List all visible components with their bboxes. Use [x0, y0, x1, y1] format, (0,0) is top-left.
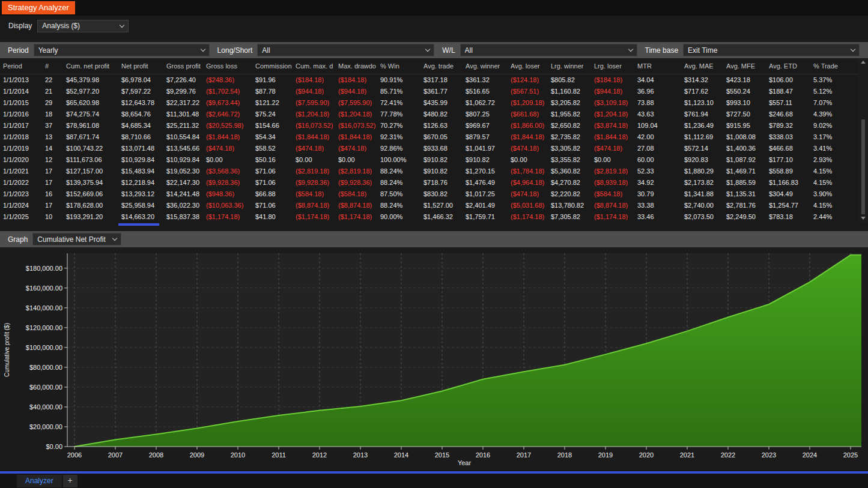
chart-x-axis: 2006200720082009201020112012201320142015…	[67, 447, 858, 459]
table-cell: 72.41%	[377, 97, 420, 108]
table-vertical-scrollbar-thumb[interactable]	[861, 119, 865, 214]
table-cell: 88.24%	[377, 165, 420, 176]
time-base-select[interactable]: Exit Time	[683, 44, 860, 56]
table-cell: 5.37%	[810, 74, 858, 85]
table-cell: $19,052.30	[163, 165, 203, 176]
chevron-down-icon	[628, 47, 633, 52]
table-cell: $106.00	[766, 74, 810, 85]
svg-text:2020: 2020	[639, 451, 654, 459]
table-row[interactable]: 1/1/202417$178,628.00$25,958.94$36,022.3…	[0, 199, 858, 211]
table-cell: ($1,844.18)	[591, 131, 634, 142]
table-horizontal-scrollbar[interactable]	[0, 222, 858, 227]
tab-analyzer[interactable]: Analyzer	[17, 475, 62, 487]
table-cell: 92.31%	[377, 131, 420, 142]
column-header[interactable]: Commission	[252, 58, 293, 74]
table-cell: ($2,819.18)	[293, 165, 335, 176]
column-header[interactable]: % Trade	[810, 58, 858, 74]
column-header[interactable]: Net profit	[118, 58, 163, 74]
column-header[interactable]: Max. drawdo	[335, 58, 377, 74]
table-row[interactable]: 1/1/201322$45,379.98$6,978.04$7,226.40($…	[0, 74, 858, 85]
column-header[interactable]: % Win	[377, 58, 420, 74]
table-cell: 18	[42, 108, 63, 119]
wl-label: W/L	[442, 46, 455, 55]
column-header[interactable]: MTR	[634, 58, 681, 74]
add-tab-button[interactable]: +	[63, 475, 77, 487]
table-row[interactable]: 1/1/202316$152,669.06$13,293.12$14,241.4…	[0, 188, 858, 199]
table-cell: $22,317.22	[163, 97, 203, 108]
column-header[interactable]: Avg. MAE	[681, 58, 723, 74]
column-header[interactable]: Avg. winner	[463, 58, 508, 74]
table-row[interactable]: 1/1/201813$87,671.74$8,710.66$10,554.84(…	[0, 131, 858, 142]
display-select[interactable]: Analysis ($)	[37, 20, 129, 32]
table-cell: $178,628.00	[63, 199, 118, 211]
table-row[interactable]: 1/1/201421$52,977.20$7,597.22$9,299.76($…	[0, 85, 858, 97]
long-short-select[interactable]: All	[257, 44, 434, 56]
column-header[interactable]: Gross profit	[163, 58, 203, 74]
table-cell: ($474.18)	[591, 142, 634, 154]
table-cell: 34.92	[634, 176, 681, 188]
table-row[interactable]: 1/1/201737$78,961.08$4,685.34$25,211.32(…	[0, 119, 858, 131]
column-header[interactable]: Avg. loser	[508, 58, 548, 74]
table-horizontal-scrollbar-thumb[interactable]	[118, 223, 159, 226]
column-header[interactable]: #	[42, 58, 63, 74]
svg-text:$120,000.00: $120,000.00	[26, 324, 62, 331]
table-cell: ($1,784.18)	[508, 165, 548, 176]
table-cell: ($184.18)	[335, 74, 377, 85]
svg-text:2019: 2019	[598, 451, 613, 459]
table-row[interactable]: 1/1/202217$139,375.94$12,218.94$22,147.3…	[0, 176, 858, 188]
column-header[interactable]: Lrg. loser	[591, 58, 634, 74]
window-horizontal-scrollbar-thumb[interactable]	[0, 471, 868, 474]
column-header[interactable]: Period	[0, 58, 42, 74]
scroll-up-arrow-icon[interactable]	[861, 61, 866, 64]
period-select-value: Yearly	[38, 46, 196, 55]
table-cell: 2.93%	[810, 154, 858, 165]
table-cell: 1/1/2015	[0, 97, 42, 108]
table-cell: 109.04	[634, 119, 681, 131]
column-header[interactable]: Lrg. winner	[548, 58, 591, 74]
wl-select[interactable]: All	[460, 44, 637, 56]
period-select[interactable]: Yearly	[34, 44, 210, 56]
table-cell: 1/1/2013	[0, 74, 42, 85]
cumulative-profit-chart[interactable]: $0.00$20,000.00$40,000.00$60,000.00$80,0…	[0, 247, 868, 471]
table-cell: $2,249.50	[723, 211, 766, 222]
table-cell: $8,710.66	[118, 131, 163, 142]
table-cell: $3,205.82	[548, 97, 591, 108]
table-vertical-scrollbar-track[interactable]	[861, 66, 866, 214]
table-row[interactable]: 1/1/202012$111,673.06$10,929.84$10,929.8…	[0, 154, 858, 165]
graph-select[interactable]: Cumulative Net Profit	[32, 233, 121, 246]
window-horizontal-scrollbar[interactable]	[0, 471, 868, 474]
table-cell: ($1,866.00)	[508, 119, 548, 131]
table-cell: $4,685.34	[118, 119, 163, 131]
table-cell: $139,375.94	[63, 176, 118, 188]
strategy-analyzer-tab[interactable]: Strategy Analyzer	[2, 1, 75, 14]
table-cell: 3.90%	[810, 188, 858, 199]
column-header[interactable]: Avg. ETD	[766, 58, 810, 74]
table-row[interactable]: 1/1/201529$65,620.98$12,643.78$22,317.22…	[0, 97, 858, 108]
table-cell: ($1,702.54)	[203, 85, 252, 97]
column-header[interactable]: Avg. trade	[420, 58, 463, 74]
table-cell: $188.47	[766, 85, 810, 97]
table-cell: ($8,939.18)	[591, 176, 634, 188]
column-header[interactable]: Gross loss	[203, 58, 252, 74]
table-row[interactable]: 1/1/201914$100,743.22$13,071.48$13,545.6…	[0, 142, 858, 154]
table-cell: $361.32	[463, 74, 508, 85]
table-row[interactable]: 1/1/201618$74,275.74$8,654.76$11,301.48(…	[0, 108, 858, 119]
table-cell: $15,837.38	[163, 211, 203, 222]
table-cell: $1,112.69	[681, 131, 723, 142]
table-cell: $480.82	[420, 108, 463, 119]
table-cell: $91.96	[252, 74, 293, 85]
scroll-down-arrow-icon[interactable]	[861, 217, 866, 220]
column-header[interactable]: Avg. MFE	[723, 58, 766, 74]
column-header[interactable]: Cum. net profit	[63, 58, 118, 74]
table-vertical-scrollbar[interactable]	[858, 58, 868, 222]
table-cell: $1,955.82	[548, 108, 591, 119]
table-row[interactable]: 1/1/202117$127,157.00$15,483.94$19,052.3…	[0, 165, 858, 176]
table-cell: ($474.18)	[335, 142, 377, 154]
graph-label: Graph	[8, 235, 28, 244]
table-cell: 60.00	[634, 154, 681, 165]
column-header[interactable]: Cum. max. d	[293, 58, 335, 74]
table-cell: 4.15%	[810, 199, 858, 211]
table-row[interactable]: 1/1/202510$193,291.20$14,663.20$15,837.3…	[0, 211, 858, 222]
table-cell: $75.24	[252, 108, 293, 119]
table-cell: $2,220.82	[548, 188, 591, 199]
